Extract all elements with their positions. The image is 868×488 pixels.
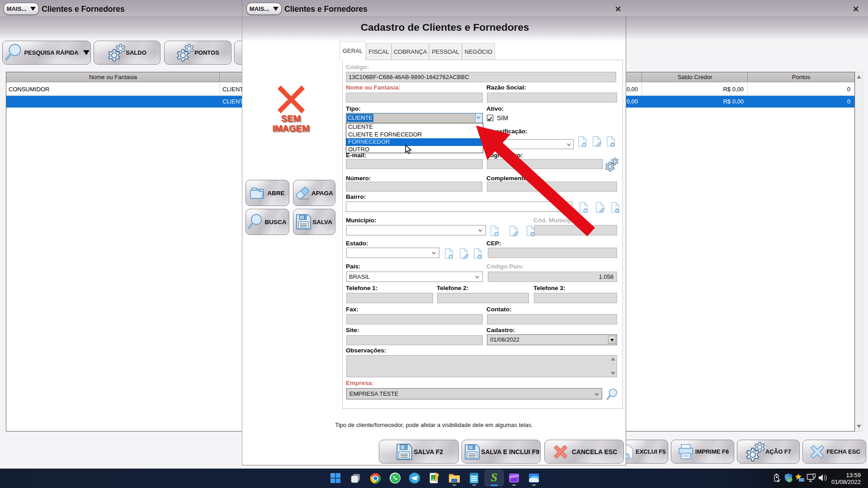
svg-text:01/08/2022: 01/08/2022 bbox=[831, 479, 861, 485]
svg-text:13:59: 13:59 bbox=[846, 472, 861, 479]
